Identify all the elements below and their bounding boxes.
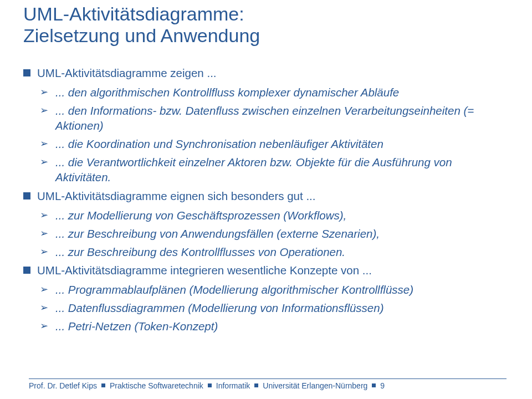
footer-page: 9 bbox=[380, 381, 385, 390]
square-bullet-icon bbox=[23, 267, 30, 274]
footer-text: Prof. Dr. Detlef Kips Praktische Softwar… bbox=[29, 381, 507, 390]
bullet-item: UML-Aktivitätsdiagramme zeigen ... bbox=[23, 65, 509, 80]
square-separator-icon bbox=[101, 383, 105, 387]
bullet-text: UML-Aktivitätsdiagramme zeigen ... bbox=[37, 65, 509, 80]
sub-item: ➢ ... den algorithmischen Kontrollfluss … bbox=[40, 85, 509, 100]
slide: UML-Aktivitätsdiagramme: Zielsetzung und… bbox=[0, 0, 532, 399]
sub-list: ➢ ... den algorithmischen Kontrollfluss … bbox=[40, 85, 509, 185]
arrow-icon: ➢ bbox=[40, 104, 50, 117]
footer: Prof. Dr. Detlef Kips Praktische Softwar… bbox=[29, 378, 507, 390]
sub-item-text: ... den algorithmischen Kontrollfluss ko… bbox=[55, 85, 509, 100]
arrow-icon: ➢ bbox=[40, 156, 50, 169]
arrow-icon: ➢ bbox=[40, 209, 50, 222]
sub-item-text: ... Petri-Netzen (Token-Konzept) bbox=[55, 319, 509, 334]
square-separator-icon bbox=[208, 383, 212, 387]
sub-item: ➢ ... Petri-Netzen (Token-Konzept) bbox=[40, 319, 509, 334]
sub-item: ➢ ... Datenflussdiagrammen (Modellierung… bbox=[40, 300, 509, 315]
sub-item-text: ... Datenflussdiagrammen (Modellierung v… bbox=[55, 300, 509, 315]
footer-dept: Informatik bbox=[216, 381, 250, 390]
sub-item-text: ... zur Beschreibung des Kontrollflusses… bbox=[55, 244, 509, 259]
footer-author: Prof. Dr. Detlef Kips bbox=[29, 381, 97, 390]
arrow-icon: ➢ bbox=[40, 245, 50, 259]
arrow-icon: ➢ bbox=[40, 283, 50, 296]
square-separator-icon bbox=[254, 383, 258, 387]
bullet-item: UML-Aktivitätsdiagramme eignen sich beso… bbox=[23, 188, 509, 203]
square-bullet-icon bbox=[23, 192, 30, 200]
arrow-icon: ➢ bbox=[40, 86, 50, 99]
sub-item-text: ... den Informations- bzw. Datenfluss zw… bbox=[55, 103, 509, 133]
sub-item-text: ... die Verantwortlichkeit einzelner Akt… bbox=[55, 155, 509, 185]
sub-item: ➢ ... zur Beschreibung des Kontrollfluss… bbox=[40, 244, 509, 259]
title-block: UML-Aktivitätsdiagramme: Zielsetzung und… bbox=[23, 0, 509, 47]
title-line-2: Zielsetzung und Anwendung bbox=[23, 25, 509, 47]
footer-divider bbox=[29, 378, 507, 379]
sub-item: ➢ ... zur Modellierung von Geschäftsproz… bbox=[40, 208, 509, 223]
title-line-1: UML-Aktivitätsdiagramme: bbox=[23, 3, 509, 25]
arrow-icon: ➢ bbox=[40, 301, 50, 315]
footer-uni: Universität Erlangen-Nürnberg bbox=[263, 381, 367, 390]
sub-item-text: ... zur Beschreibung von Anwendungsfälle… bbox=[55, 226, 509, 241]
square-bullet-icon bbox=[23, 69, 30, 76]
arrow-icon: ➢ bbox=[40, 137, 50, 151]
bullet-item: UML-Aktivitätsdiagramme integrieren wese… bbox=[23, 263, 509, 278]
arrow-icon: ➢ bbox=[40, 227, 50, 241]
sub-list: ➢ ... Programmablaufplänen (Modellierung… bbox=[40, 282, 509, 334]
bullet-text: UML-Aktivitätsdiagramme integrieren wese… bbox=[37, 263, 509, 278]
sub-item: ➢ ... die Verantwortlichkeit einzelner A… bbox=[40, 155, 509, 185]
sub-item: ➢ ... die Koordination und Synchronisati… bbox=[40, 136, 509, 151]
sub-item-text: ... zur Modellierung von Geschäftsprozes… bbox=[55, 208, 509, 223]
sub-item-text: ... die Koordination und Synchronisation… bbox=[55, 136, 509, 151]
sub-item: ➢ ... zur Beschreibung von Anwendungsfäl… bbox=[40, 226, 509, 241]
footer-course: Praktische Softwaretechnik bbox=[110, 381, 203, 390]
square-separator-icon bbox=[372, 383, 376, 387]
body: UML-Aktivitätsdiagramme zeigen ... ➢ ...… bbox=[23, 65, 509, 334]
sub-item-text: ... Programmablaufplänen (Modellierung a… bbox=[55, 282, 509, 297]
sub-list: ➢ ... zur Modellierung von Geschäftsproz… bbox=[40, 208, 509, 259]
sub-item: ➢ ... den Informations- bzw. Datenfluss … bbox=[40, 103, 509, 133]
bullet-text: UML-Aktivitätsdiagramme eignen sich beso… bbox=[37, 188, 509, 203]
sub-item: ➢ ... Programmablaufplänen (Modellierung… bbox=[40, 282, 509, 297]
arrow-icon: ➢ bbox=[40, 320, 50, 333]
